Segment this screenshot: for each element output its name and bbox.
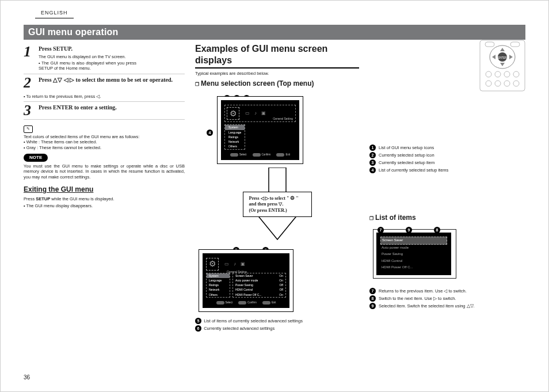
- exit-line-2: • The GUI menu display disappears.: [24, 203, 185, 208]
- step-1: 1 Press SETUP. The GUI menu is displayed…: [24, 43, 185, 74]
- key-hint-icon: [230, 153, 238, 157]
- callout-2-text: 2Currently selected setup icon: [369, 152, 525, 158]
- step-number: 2: [24, 77, 35, 89]
- callout-8-text: 8Switch to the next item. Use ▷ to switc…: [369, 295, 525, 302]
- list-item: Auto power mode: [380, 245, 447, 252]
- top-item-list: System Language Ratings Network Others: [224, 124, 245, 149]
- center-column: Examples of GUI menu screen displays Typ…: [195, 43, 359, 366]
- step-number: 3: [24, 104, 35, 117]
- step-lead: Press SETUP.: [39, 45, 73, 52]
- general-setting-label: General Setting: [227, 270, 247, 273]
- list-of-items-heading: ❐List of items: [369, 214, 525, 222]
- key-hint-icon: [238, 301, 246, 305]
- callout-6-text: 6 Currently selected advanced settings: [195, 325, 359, 332]
- callout-7-text: 7Returns to the previous item. Use ◁ to …: [369, 288, 525, 294]
- right-item: HDMI Power Off C...On: [233, 292, 285, 297]
- right-item: Power SavingOff: [233, 283, 285, 287]
- advanced-settings-screen: ⚙ ▭ ♪ ▣ General Setting System Lang: [199, 249, 293, 312]
- gear-big-icon: ⚙: [227, 107, 239, 120]
- right-column: 1List of GUI menu setup icons 2Currently…: [369, 43, 525, 366]
- gear-big-icon: ⚙: [206, 258, 219, 271]
- right-item: HDMI ControlOff: [233, 287, 285, 292]
- list-item: HDMI Control: [380, 258, 447, 265]
- step-subnote: • The GUI menu is also displayed when yo…: [39, 60, 136, 71]
- gear-icon: ⚙: [290, 195, 295, 201]
- left-item: Ratings: [207, 283, 230, 287]
- key-hint-icon: [276, 153, 284, 157]
- step-number: 1: [24, 45, 35, 71]
- music-icon: ♪: [254, 111, 257, 116]
- step-lead: Press △▽ ◁ ▷ to select the menu to be se…: [39, 77, 173, 83]
- callout-4-text: 4List of currently selected setup items: [369, 167, 525, 173]
- list-of-items-box: Screen Saver Auto power mode Power Savin…: [376, 233, 451, 275]
- top-item: System: [225, 125, 245, 130]
- top-menu-screen: ⚙ ▭ ♪ ▣ General Setting System: [217, 96, 303, 163]
- hint-bar: Select Confirm Exit: [224, 153, 296, 157]
- music-icon: ♪: [234, 261, 236, 267]
- callout-4-marker: 4: [207, 130, 213, 136]
- advanced-list: System Language Ratings Network Others S…: [206, 273, 286, 298]
- right-item: Screen SaverOn: [233, 273, 285, 278]
- callout-1-text: 1List of GUI menu setup icons: [369, 144, 525, 151]
- colors-white: • White : These items can be selected.: [24, 139, 185, 144]
- manual-page: ENGLISH GUI menu operation ENTER 1 Press…: [0, 0, 549, 392]
- callout-3-text: 3Currently selected setup item: [369, 159, 525, 166]
- press-instruction-box: Press ◁ ▷ to select " ⚙ " and then press…: [243, 192, 312, 217]
- left-column: 1 Press SETUP. The GUI menu is displayed…: [24, 43, 185, 366]
- step-3: 3 Press ENTER to enter a setting.: [24, 102, 185, 120]
- pen-icon: ✎: [24, 125, 33, 133]
- callouts-group-c: 7Returns to the previous item. Use ◁ to …: [369, 288, 525, 309]
- examples-heading: Examples of GUI menu screen displays: [195, 43, 359, 68]
- colors-intro: Text colors of selected items of the GUI…: [24, 134, 185, 139]
- left-item: Network: [207, 287, 230, 292]
- note-body: You must use the GUI menu to make settin…: [24, 163, 185, 180]
- menu-selection-heading: ❐Menu selection screen (Top menu): [195, 79, 359, 88]
- callout-9-text: 9Selected item. Switch the selected item…: [369, 303, 525, 309]
- callout-5-text: 5 List of items of currently selected ad…: [195, 318, 359, 324]
- display-icon: ▭: [224, 261, 229, 267]
- general-setting-label: General Setting: [273, 117, 293, 120]
- left-item: Others: [207, 292, 230, 297]
- step-text: The GUI menu is displayed on the TV scre…: [39, 54, 136, 59]
- list-item: Power Saving: [380, 251, 447, 258]
- image-icon: ▣: [261, 111, 266, 116]
- step-2: 2 Press △▽ ◁ ▷ to select the menu to be …: [24, 74, 185, 102]
- key-hint-icon: [262, 301, 270, 305]
- exit-heading: Exiting the GUI menu: [24, 185, 185, 194]
- colors-gray: • Gray : These items cannot be selected.: [24, 145, 185, 150]
- language-tab: ENGLISH: [35, 9, 74, 18]
- exit-line-1: Press SETUP while the GUI menu is displa…: [24, 196, 185, 201]
- right-item: Auto power modeOn: [233, 278, 285, 283]
- bookmark-icon: ❐: [195, 82, 199, 87]
- page-number: 36: [24, 374, 30, 382]
- key-hint-icon: [216, 301, 224, 305]
- section-title-bar: GUI menu operation: [24, 25, 525, 40]
- bookmark-icon: ❐: [369, 216, 373, 221]
- step-subnote: • To return to the previous item, press …: [24, 94, 185, 99]
- step-lead: Press ENTER to enter a setting.: [39, 104, 117, 111]
- top-item: Others: [225, 144, 245, 149]
- top-item: Network: [225, 139, 245, 144]
- note-pill: NOTE: [24, 154, 48, 162]
- key-hint-icon: [253, 153, 261, 157]
- display-icon: ▭: [245, 111, 250, 116]
- callouts-group-a: 1List of GUI menu setup icons 2Currently…: [369, 144, 525, 173]
- top-item: Ratings: [225, 135, 245, 139]
- left-item: Language: [207, 278, 230, 283]
- hint-bar: Select Confirm Exit: [206, 301, 286, 305]
- examples-sub: Typical examples are described below.: [195, 71, 359, 76]
- list-item: HDMI Power Off C...: [380, 264, 447, 271]
- list-item: Screen Saver: [380, 237, 447, 245]
- image-icon: ▣: [241, 261, 245, 267]
- top-item: Language: [225, 130, 245, 135]
- list-of-items-frame: Screen Saver Auto power mode Power Savin…: [373, 229, 456, 279]
- left-item: System: [207, 273, 230, 278]
